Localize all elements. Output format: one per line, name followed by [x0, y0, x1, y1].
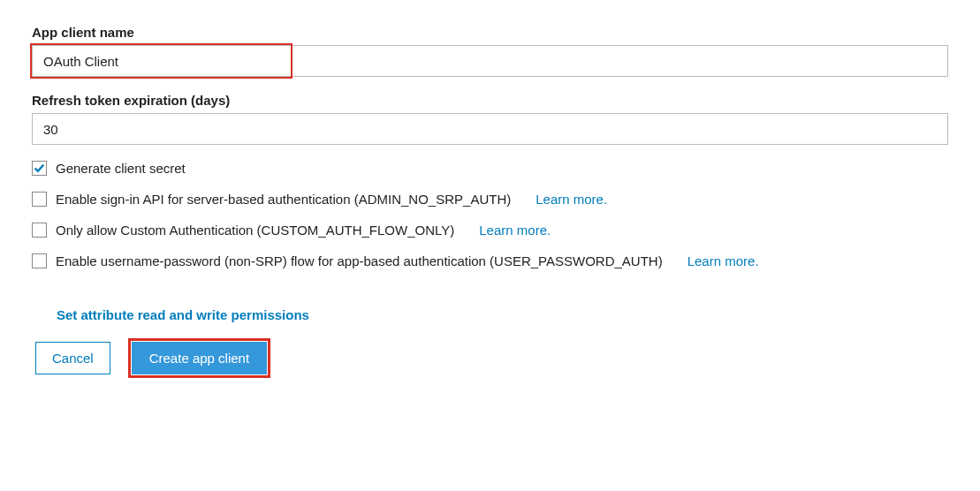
set-permissions-link[interactable]: Set attribute read and write permissions: [57, 307, 309, 322]
checkmark-icon: [34, 162, 45, 174]
checkbox-user-password-auth[interactable]: [32, 253, 47, 268]
learn-more-custom-auth[interactable]: Learn more.: [479, 223, 551, 238]
learn-more-admin-no-srp[interactable]: Learn more.: [536, 192, 607, 207]
checkbox-row-generate-secret: Generate client secret: [32, 161, 948, 176]
refresh-token-label: Refresh token expiration (days): [32, 93, 948, 108]
checkbox-label-admin-no-srp: Enable sign-in API for server-based auth…: [56, 192, 511, 207]
app-client-name-label: App client name: [32, 25, 948, 40]
checkbox-admin-no-srp[interactable]: [32, 192, 47, 207]
button-row: Cancel Create app client: [35, 342, 948, 374]
checkbox-label-user-password-auth: Enable username-password (non-SRP) flow …: [56, 253, 663, 268]
refresh-token-field-wrapper: [32, 113, 948, 145]
app-client-name-field-wrapper: [32, 45, 948, 77]
checkbox-label-generate-secret: Generate client secret: [56, 161, 186, 176]
create-app-client-button[interactable]: Create app client: [132, 342, 267, 374]
checkbox-generate-client-secret[interactable]: [32, 161, 47, 176]
checkbox-label-custom-auth: Only allow Custom Authentication (CUSTOM…: [56, 223, 454, 238]
app-client-name-input[interactable]: [32, 45, 948, 77]
refresh-token-input[interactable]: [32, 113, 948, 145]
learn-more-user-password-auth[interactable]: Learn more.: [688, 253, 759, 268]
create-button-wrapper: Create app client: [132, 342, 267, 374]
checkbox-custom-auth-only[interactable]: [32, 223, 47, 238]
cancel-button[interactable]: Cancel: [35, 342, 110, 374]
checkbox-row-admin-no-srp: Enable sign-in API for server-based auth…: [32, 192, 948, 207]
checkbox-row-user-password-auth: Enable username-password (non-SRP) flow …: [32, 253, 948, 268]
checkbox-row-custom-auth: Only allow Custom Authentication (CUSTOM…: [32, 223, 948, 238]
